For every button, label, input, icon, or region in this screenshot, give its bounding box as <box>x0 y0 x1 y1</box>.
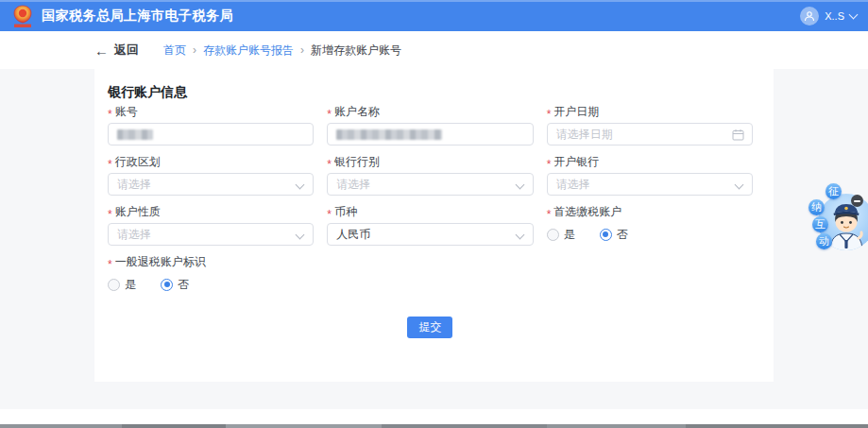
required-mark: * <box>108 209 112 220</box>
account-nature-placeholder: 请选择 <box>117 227 151 243</box>
radio-unchecked-icon <box>547 229 559 241</box>
account-nature-label: 账户性质 <box>115 204 161 220</box>
back-label: 返回 <box>114 42 139 59</box>
widget-minimize-button[interactable] <box>851 195 863 207</box>
masked-value <box>336 129 442 140</box>
refund-flag-yes-option[interactable]: 是 <box>108 277 136 293</box>
tax-emblem-logo <box>11 5 34 29</box>
masked-value <box>117 129 153 140</box>
widget-badge-hu: 互 <box>812 216 828 232</box>
opening-bank-placeholder: 请选择 <box>556 177 590 193</box>
field-account-number: *账号 <box>108 105 314 146</box>
breadcrumb-separator: › <box>300 43 304 57</box>
open-date-placeholder: 请选择日期 <box>556 127 613 143</box>
field-bank-category: *银行行别 请选择 <box>327 155 533 196</box>
preferred-tax-account-radios: 是 否 <box>547 223 753 246</box>
app-header: 国家税务总局上海市电子税务局 X..S <box>0 0 868 31</box>
breadcrumb-report[interactable]: 存款账户账号报告 <box>203 43 294 59</box>
no-label: 否 <box>178 277 189 293</box>
field-account-name: *账户名称 <box>327 105 533 146</box>
field-open-date: *开户日期 请选择日期 <box>547 105 753 146</box>
person-icon <box>804 10 815 22</box>
currency-label: 币种 <box>334 204 357 220</box>
radio-unchecked-icon <box>108 279 120 291</box>
bank-category-placeholder: 请选择 <box>336 177 370 193</box>
bank-category-select[interactable]: 请选择 <box>327 173 533 196</box>
required-mark: * <box>108 159 112 170</box>
open-date-label: 开户日期 <box>553 104 599 120</box>
field-account-nature: *账户性质 请选择 <box>108 205 314 246</box>
currency-select[interactable]: 人民币 <box>327 223 533 246</box>
breadcrumb: 首页 › 存款账户账号报告 › 新增存款账户账号 <box>163 43 401 59</box>
preferred-tax-account-label: 首选缴税账户 <box>553 204 621 220</box>
chevron-down-icon <box>296 231 305 240</box>
account-name-input[interactable] <box>327 123 533 146</box>
region-select[interactable]: 请选择 <box>108 173 314 196</box>
window-bottom-edge <box>0 424 868 428</box>
opening-bank-label: 开户银行 <box>553 154 599 170</box>
required-mark: * <box>108 259 112 270</box>
region-placeholder: 请选择 <box>117 177 151 193</box>
required-mark: * <box>327 159 332 170</box>
required-mark: * <box>547 209 552 220</box>
submit-button[interactable]: 提交 <box>407 317 452 338</box>
back-arrow-icon: ← <box>94 43 109 58</box>
breadcrumb-separator: › <box>193 43 196 57</box>
widget-badge-na: 纳 <box>808 199 825 215</box>
field-region: *行政区划 请选择 <box>108 155 314 196</box>
general-refund-flag-radios: 是 否 <box>108 273 314 296</box>
widget-badge-zheng: 征 <box>825 183 842 199</box>
chevron-down-icon <box>515 180 524 190</box>
user-name: X..S <box>825 10 844 22</box>
refund-flag-no-option[interactable]: 否 <box>161 277 189 293</box>
tax-interaction-widget[interactable]: 征 纳 互 动 <box>806 183 868 274</box>
chevron-down-icon <box>735 180 744 190</box>
open-date-picker[interactable]: 请选择日期 <box>547 123 753 146</box>
radio-checked-icon <box>600 229 612 241</box>
section-title: 银行账户信息 <box>108 84 753 99</box>
field-preferred-tax-account: *首选缴税账户 是 否 <box>547 205 753 246</box>
radio-checked-icon <box>161 279 173 291</box>
general-refund-flag-label: 一般退税账户标识 <box>115 254 206 270</box>
chevron-down-icon <box>296 180 305 190</box>
bank-account-card: 银行账户信息 *账号 *账户名称 *开户日期 请选择日期 <box>94 69 774 382</box>
widget-badge-dong: 动 <box>816 233 832 249</box>
account-number-input[interactable] <box>108 123 314 146</box>
preferred-tax-no-option[interactable]: 否 <box>600 227 628 243</box>
required-mark: * <box>327 109 332 120</box>
region-label: 行政区划 <box>115 154 161 170</box>
chevron-down-icon <box>515 231 524 240</box>
site-title: 国家税务总局上海市电子税务局 <box>42 8 233 25</box>
chevron-down-icon <box>849 9 859 19</box>
field-general-refund-flag: *一般退税账户标识 是 否 <box>108 255 314 296</box>
bank-category-label: 银行行别 <box>334 154 380 170</box>
yes-label: 是 <box>564 227 575 243</box>
no-label: 否 <box>617 227 628 243</box>
required-mark: * <box>108 109 112 120</box>
field-opening-bank: *开户银行 请选择 <box>547 155 753 196</box>
account-name-label: 账户名称 <box>334 104 380 120</box>
calendar-icon <box>732 128 744 141</box>
yes-label: 是 <box>125 277 136 293</box>
user-menu[interactable]: X..S <box>800 7 857 26</box>
breadcrumb-bar: ← 返回 首页 › 存款账户账号报告 › 新增存款账户账号 <box>0 31 868 69</box>
preferred-tax-yes-option[interactable]: 是 <box>547 227 575 243</box>
currency-value: 人民币 <box>336 227 370 243</box>
field-currency: *币种 人民币 <box>327 205 533 246</box>
required-mark: * <box>327 209 332 220</box>
required-mark: * <box>547 159 552 170</box>
submit-row: 提交 <box>108 317 753 338</box>
user-avatar <box>800 7 819 26</box>
breadcrumb-home[interactable]: 首页 <box>163 43 186 59</box>
required-mark: * <box>547 109 552 120</box>
opening-bank-select[interactable]: 请选择 <box>547 173 753 196</box>
breadcrumb-current: 新增存款账户账号 <box>311 43 401 59</box>
form-grid: *账号 *账户名称 *开户日期 请选择日期 *行政区划 请选择 <box>108 105 753 338</box>
account-number-label: 账号 <box>115 104 138 120</box>
account-nature-select[interactable]: 请选择 <box>108 223 314 246</box>
back-button[interactable]: ← 返回 <box>94 42 139 59</box>
